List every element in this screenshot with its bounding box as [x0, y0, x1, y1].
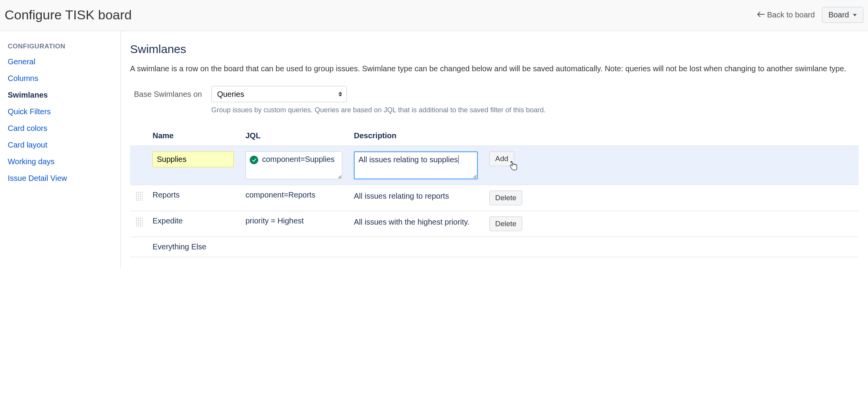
table-row: Everything Else: [130, 237, 859, 257]
col-header-jql: JQL: [245, 131, 354, 140]
row-name: Reports: [153, 191, 245, 199]
row-jql: component=Reports: [245, 191, 354, 199]
sidebar-item-general[interactable]: General: [8, 57, 113, 66]
resize-handle-icon[interactable]: [472, 174, 476, 178]
swimlane-description-input[interactable]: All issues relating to supplies: [354, 151, 478, 179]
check-circle-icon: [250, 156, 258, 164]
row-name: Expedite: [153, 216, 245, 225]
page-title: Configure TISK board: [5, 7, 132, 22]
col-header-name: Name: [153, 131, 245, 140]
delete-swimlane-button[interactable]: Delete: [489, 191, 522, 205]
col-header-description: Description: [354, 131, 489, 140]
sidebar-heading: CONFIGURATION: [8, 43, 113, 50]
row-description: All issues with the highest priority.: [354, 216, 489, 227]
sidebar-item-quick-filters[interactable]: Quick Filters: [8, 107, 113, 116]
back-to-board-label: Back to board: [767, 10, 815, 19]
drag-handle-icon[interactable]: [136, 217, 142, 227]
drag-handle-icon[interactable]: [136, 191, 142, 201]
board-button-label: Board: [829, 10, 849, 19]
base-swimlanes-hint: Group issues by custom queries. Queries …: [211, 106, 546, 114]
page-header: Configure TISK board Back to board Board: [0, 0, 868, 31]
swimlane-name-input[interactable]: [153, 151, 234, 167]
row-description: All issues relating to reports: [354, 191, 489, 201]
base-swimlanes-label: Base Swimlanes on: [134, 86, 202, 99]
row-name: Everything Else: [153, 242, 245, 251]
add-swimlane-button[interactable]: Add: [489, 151, 514, 166]
config-sidebar: CONFIGURATION General Columns Swimlanes …: [0, 31, 121, 269]
resize-handle-icon[interactable]: [337, 174, 341, 178]
main-panel: Swimlanes A swimlane is a row on the boa…: [121, 31, 868, 269]
sidebar-item-columns[interactable]: Columns: [8, 74, 113, 83]
swimlane-description-text: All issues relating to supplies: [359, 155, 459, 164]
swimlanes-table: Name JQL Description: [130, 126, 859, 257]
back-to-board-link[interactable]: Back to board: [757, 10, 815, 19]
table-row: Reports component=Reports All issues rel…: [130, 185, 859, 211]
section-title: Swimlanes: [130, 43, 859, 56]
sidebar-item-card-layout[interactable]: Card layout: [8, 141, 113, 149]
arrow-left-icon: [757, 11, 765, 19]
chevron-down-icon: [853, 14, 857, 16]
board-dropdown-button[interactable]: Board: [822, 7, 863, 23]
section-intro: A swimlane is a row on the board that ca…: [130, 63, 859, 74]
sidebar-item-card-colors[interactable]: Card colors: [8, 124, 113, 133]
table-row: Expedite priority = Highest All issues w…: [130, 211, 859, 237]
swimlane-jql-text: component=Supplies: [262, 155, 335, 164]
swimlane-jql-input[interactable]: component=Supplies: [245, 151, 342, 179]
sidebar-item-issue-detail-view[interactable]: Issue Detail View: [8, 174, 113, 183]
row-jql: priority = Highest: [245, 216, 354, 225]
delete-swimlane-button[interactable]: Delete: [489, 216, 522, 231]
base-swimlanes-select[interactable]: Queries: [211, 86, 347, 102]
sidebar-item-working-days[interactable]: Working days: [8, 157, 113, 166]
sidebar-item-swimlanes[interactable]: Swimlanes: [8, 91, 113, 100]
add-swimlane-row: component=Supplies All issues relating t…: [130, 146, 859, 185]
